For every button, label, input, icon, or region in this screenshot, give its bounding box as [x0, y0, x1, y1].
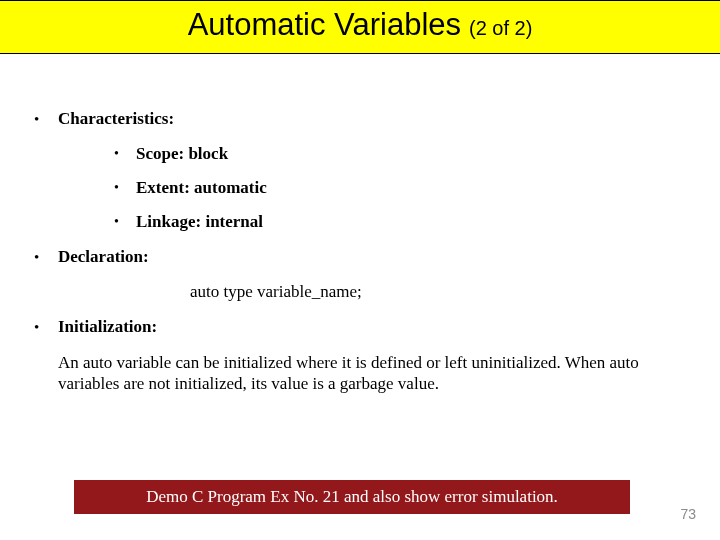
- bullet-label: Declaration:: [58, 246, 149, 268]
- bullet-dot: •: [114, 144, 136, 164]
- slide-body: • Characteristics: • Scope: block • Exte…: [0, 54, 720, 394]
- bullet-characteristics: • Characteristics:: [30, 108, 690, 130]
- bullet-declaration: • Declaration:: [30, 246, 690, 268]
- sub-bullet-label: Scope: block: [136, 144, 228, 164]
- bullet-dot: •: [114, 212, 136, 232]
- slide-title-main: Automatic Variables: [188, 7, 461, 42]
- slide-title-bar: Automatic Variables (2 of 2): [0, 0, 720, 54]
- bullet-dot: •: [114, 178, 136, 198]
- bullet-dot: •: [30, 316, 58, 338]
- sub-bullet-scope: • Scope: block: [114, 144, 690, 164]
- declaration-code: auto type variable_name;: [190, 282, 690, 302]
- sub-bullet-label: Extent: automatic: [136, 178, 267, 198]
- slide-title-sub: (2 of 2): [469, 17, 532, 39]
- bullet-initialization: • Initialization:: [30, 316, 690, 338]
- sub-bullet-extent: • Extent: automatic: [114, 178, 690, 198]
- sub-bullets-characteristics: • Scope: block • Extent: automatic • Lin…: [114, 144, 690, 232]
- bullet-label: Characteristics:: [58, 108, 174, 130]
- bullet-label: Initialization:: [58, 316, 157, 338]
- page-number: 73: [680, 506, 696, 522]
- bullet-dot: •: [30, 108, 58, 130]
- sub-bullet-label: Linkage: internal: [136, 212, 263, 232]
- demo-callout: Demo C Program Ex No. 21 and also show e…: [74, 480, 630, 514]
- sub-bullet-linkage: • Linkage: internal: [114, 212, 690, 232]
- initialization-body: An auto variable can be initialized wher…: [58, 352, 690, 394]
- bullet-dot: •: [30, 246, 58, 268]
- demo-text: Demo C Program Ex No. 21 and also show e…: [146, 487, 558, 507]
